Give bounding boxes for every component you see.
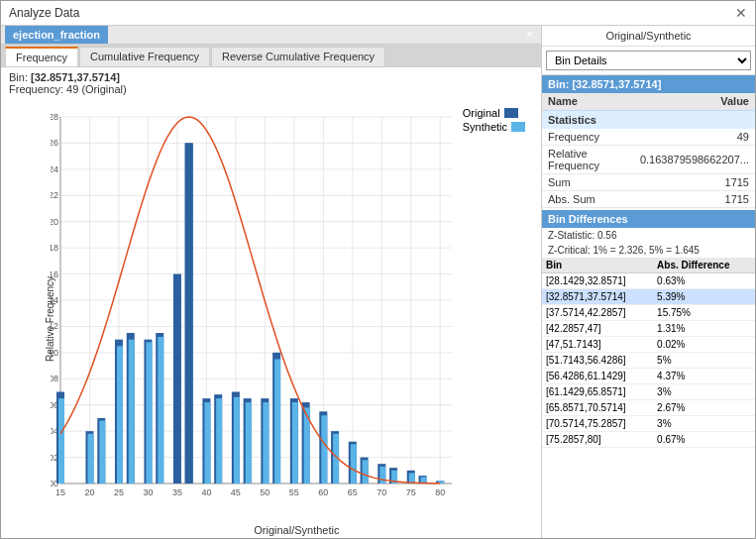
stat-value: 1715 [634,191,755,208]
field-label: ejection_fraction [5,26,108,44]
diff-abs: 3% [653,416,755,432]
chart-area: Original Synthetic Relative Frequency Or… [1,99,541,538]
stats-row: Abs. Sum1715 [542,191,755,208]
tab-reverse-cumulative[interactable]: Reverse Cumulative Frequency [211,47,385,66]
diff-row: [61.1429,65.8571]3% [542,384,755,400]
right-panel: Original/Synthetic Bin Details Bin: [32.… [542,26,755,538]
diff-abs: 15.75% [653,305,755,321]
diff-bin: [56.4286,61.1429] [542,369,653,384]
diff-bin: [37.5714,42.2857] [542,305,653,321]
stats-row: Relative Frequency0.163879598662207... [542,146,755,174]
tab-cumulative[interactable]: Cumulative Frequency [79,47,210,66]
bin-value: [32.8571,37.5714] [31,71,120,83]
stat-name: Relative Frequency [542,146,634,174]
diff-abs: 4.37% [653,369,755,384]
diff-bin: [32.8571,37.5714] [542,289,653,305]
tab-bar: Frequency Cumulative Frequency Reverse C… [1,45,541,67]
diff-row: [75.2857,80]0.67% [542,432,755,448]
title-bar: Analyze Data ✕ [1,1,755,26]
dropdown-row: Bin Details [542,47,755,75]
diff-row: [65.8571,70.5714]2.67% [542,400,755,416]
z-statistic-text: Z-Statistic: 0.56 [542,228,755,243]
diff-row: [70.5714,75.2857]3% [542,416,755,432]
diff-bin-header: Bin [542,258,653,273]
stat-name: Sum [542,174,634,191]
statistics-values-table: Frequency49Relative Frequency0.163879598… [542,129,755,208]
bin-diff-table: Bin Abs. Difference [28.1429,32.8571]0.6… [542,258,755,448]
tab-frequency[interactable]: Frequency [5,47,78,66]
col-value-header: Value [650,93,755,110]
freq-label: Frequency: [9,83,63,95]
diff-row: [32.8571,37.5714]5.39% [542,289,755,305]
stat-name: Abs. Sum [542,191,634,208]
stat-value: 1715 [634,174,755,191]
diff-bin: [42.2857,47] [542,321,653,337]
bin-label: Bin: [9,71,28,83]
close-field-button[interactable]: × [522,28,537,42]
diff-abs: 5% [653,353,755,369]
diff-row: [37.5714,42.2857]15.75% [542,305,755,321]
diff-abs: 0.67% [653,432,755,448]
bin-title: Bin: [32.8571,37.5714] [542,75,755,93]
frequency-chart [51,107,531,508]
window-close-button[interactable]: ✕ [735,5,747,21]
stats-table: Name Value [542,93,755,110]
z-critical-text: Z-Critical: 1% = 2.326, 5% = 1.645 [542,243,755,258]
diff-bin: [75.2857,80] [542,432,653,448]
main-content: ejection_fraction × Frequency Cumulative… [1,26,755,538]
diff-abs: 1.31% [653,321,755,337]
diff-bin: [65.8571,70.5714] [542,400,653,416]
stat-name: Frequency [542,129,634,146]
diff-bin: [51.7143,56.4286] [542,353,653,369]
stats-row: Sum1715 [542,174,755,191]
diff-abs-header: Abs. Difference [653,258,755,273]
analyze-data-window: Analyze Data ✕ ejection_fraction × Frequ… [0,0,756,539]
diff-abs: 0.63% [653,273,755,289]
diff-row: [47,51.7143]0.02% [542,337,755,353]
stat-value: 49 [634,129,755,146]
diff-bin: [28.1429,32.8571] [542,273,653,289]
diff-table-body: [28.1429,32.8571]0.63%[32.8571,37.5714]5… [542,273,755,448]
diff-abs: 3% [653,384,755,400]
diff-bin: [47,51.7143] [542,337,653,353]
stat-value: 0.163879598662207... [634,146,755,174]
x-axis-label: Original/Synthetic [254,524,339,536]
diff-bin: [61.1429,65.8571] [542,384,653,400]
bin-details-dropdown[interactable]: Bin Details [546,51,751,70]
diff-bin: [70.5714,75.2857] [542,416,653,432]
left-panel: ejection_fraction × Frequency Cumulative… [1,26,542,538]
bin-differences-header: Bin Differences [542,210,755,228]
diff-row: [28.1429,32.8571]0.63% [542,273,755,289]
freq-value: 49 (Original) [66,83,127,95]
diff-row: [42.2857,47]1.31% [542,321,755,337]
diff-abs: 0.02% [653,337,755,353]
right-inner: Bin: [32.8571,37.5714] Name Value Statis… [542,75,755,538]
stats-row: Frequency49 [542,129,755,146]
field-header: ejection_fraction × [1,26,541,45]
diff-row: [56.4286,61.1429]4.37% [542,369,755,384]
right-panel-header: Original/Synthetic [542,26,755,47]
col-name-header: Name [542,93,650,110]
statistics-header: Statistics [542,110,755,129]
diff-abs: 2.67% [653,400,755,416]
info-bar: Bin: [32.8571,37.5714] Frequency: 49 (Or… [1,67,541,99]
diff-row: [51.7143,56.4286]5% [542,353,755,369]
diff-abs: 5.39% [653,289,755,305]
window-title: Analyze Data [9,6,79,20]
